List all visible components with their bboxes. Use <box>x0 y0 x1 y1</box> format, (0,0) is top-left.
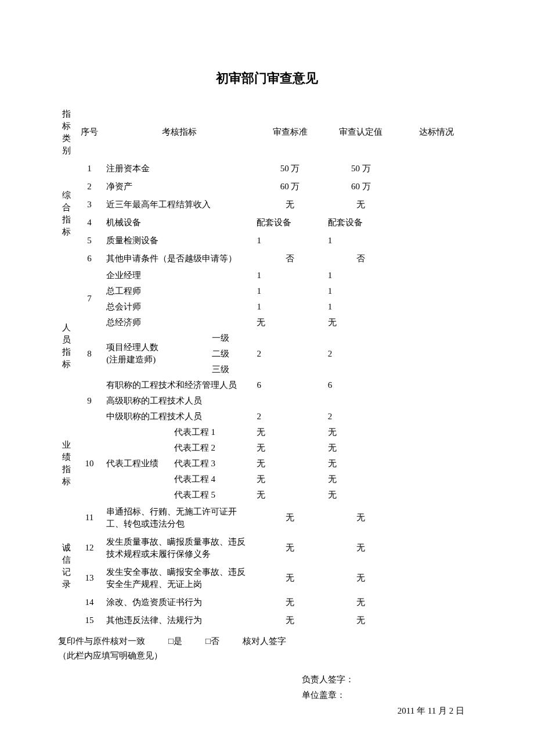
footer-note: （此栏内应填写明确意见） <box>58 650 476 662</box>
cell-standard: 60 万 <box>254 178 325 196</box>
cell-seq: 10 <box>75 424 104 503</box>
cell-status <box>396 283 476 299</box>
check-label: 复印件与原件核对一致 <box>58 635 145 647</box>
cell-indicator: 其他申请条件（是否越级申请等） <box>104 250 254 268</box>
cell-value <box>326 393 396 409</box>
cell-value: 2 <box>326 409 396 424</box>
cell-value: 60 万 <box>326 178 396 196</box>
project-5: 代表工程 5 <box>172 487 255 503</box>
table-row: 总经济师 无 无 <box>58 315 476 330</box>
cell-indicator: 净资产 <box>104 178 254 196</box>
table-row: 业绩指标 10 代表工程业绩 代表工程 1 代表工程 2 代表工程 3 代表工程… <box>58 424 476 440</box>
cell-indicator: 项目经理人数 (注册建造师) 一级 二级 三级 <box>104 330 254 377</box>
indicator-main: 项目经理人数 (注册建造师) <box>104 330 187 377</box>
cell-indicator: 近三年最高年工程结算收入 <box>104 196 254 214</box>
table-row: 综合指标 1 注册资本金 50 万 50 万 <box>58 160 476 178</box>
table-row: 诚信记录 11 串通招标、行贿、无施工许可证开工、转包或违法分包 无 无 <box>58 503 476 533</box>
cell-standard: 无 <box>254 503 325 533</box>
cell-value: 无 <box>326 593 396 611</box>
cell-value: 1 <box>326 232 396 250</box>
unit-stamp: 单位盖章： <box>302 689 476 701</box>
cell-value: 无 <box>326 424 396 440</box>
cell-status <box>396 330 476 377</box>
cell-status <box>396 250 476 268</box>
cell-standard: 无 <box>254 196 325 214</box>
cell-indicator: 高级职称的工程技术人员 <box>104 393 254 409</box>
cell-status <box>396 503 476 533</box>
table-row: 12 发生质量事故、瞒报质量事故、违反技术规程或未履行保修义务 无 无 <box>58 533 476 563</box>
cell-status <box>396 456 476 471</box>
table-row: 中级职称的工程技术人员 2 2 <box>58 409 476 424</box>
table-row: 13 发生安全事故、瞒报安全事故、违反安全生产规程、无证上岗 无 无 <box>58 563 476 593</box>
table-row: 人员指标 7 企业经理 1 1 <box>58 268 476 283</box>
cell-value: 50 万 <box>326 160 396 178</box>
header-status: 达标情况 <box>396 105 476 160</box>
cell-value: 6 <box>326 377 396 393</box>
cell-standard: 2 <box>254 330 325 377</box>
cell-status <box>396 214 476 232</box>
cell-indicator: 质量检测设备 <box>104 232 254 250</box>
cell-status <box>396 196 476 214</box>
cell-value: 无 <box>326 487 396 503</box>
header-standard: 审查标准 <box>254 105 325 160</box>
category-comprehensive: 综合指标 <box>58 160 75 268</box>
cell-value: 1 <box>326 299 396 315</box>
cell-status <box>396 178 476 196</box>
table-row: 5 质量检测设备 1 1 <box>58 232 476 250</box>
level-2: 二级 <box>187 346 255 362</box>
cell-seq: 14 <box>75 593 104 611</box>
cell-indicator: 总工程师 <box>104 283 254 299</box>
cell-status <box>396 471 476 487</box>
table-row: 总工程师 1 1 <box>58 283 476 299</box>
cell-seq: 8 <box>75 330 104 377</box>
cell-value: 1 <box>326 268 396 283</box>
category-performance: 业绩指标 <box>58 424 75 503</box>
cell-status <box>396 377 476 393</box>
header-indicator: 考核指标 <box>104 105 254 160</box>
cell-standard: 50 万 <box>254 160 325 178</box>
responsible-sign: 负责人签字： <box>302 674 476 686</box>
cell-standard: 无 <box>254 563 325 593</box>
cell-status <box>396 160 476 178</box>
cell-value: 无 <box>326 440 396 456</box>
cell-status <box>396 487 476 503</box>
footer-check-block: 复印件与原件核对一致 □是 □否 核对人签字 （此栏内应填写明确意见） <box>58 635 476 662</box>
cell-status <box>396 440 476 456</box>
cell-seq: 4 <box>75 214 104 232</box>
cell-standard: 2 <box>254 409 325 424</box>
table-row: 6 其他申请条件（是否越级申请等） 否 否 <box>58 250 476 268</box>
cell-value: 2 <box>326 330 396 377</box>
verifier-label: 核对人签字 <box>243 635 286 647</box>
cell-indicator: 发生安全事故、瞒报安全事故、违反安全生产规程、无证上岗 <box>104 563 254 593</box>
cell-standard: 6 <box>254 377 325 393</box>
cell-indicator: 注册资本金 <box>104 160 254 178</box>
cell-indicator: 发生质量事故、瞒报质量事故、违反技术规程或未履行保修义务 <box>104 533 254 563</box>
cell-standard: 无 <box>254 593 325 611</box>
cell-status <box>396 409 476 424</box>
cell-value: 无 <box>326 503 396 533</box>
cell-status <box>396 563 476 593</box>
category-integrity: 诚信记录 <box>58 503 75 629</box>
cell-indicator: 串通招标、行贿、无施工许可证开工、转包或违法分包 <box>104 503 254 533</box>
cell-status <box>396 268 476 283</box>
cell-status <box>396 299 476 315</box>
table-row: 15 其他违反法律、法规行为 无 无 <box>58 611 476 629</box>
cell-status <box>396 593 476 611</box>
cell-standard: 无 <box>254 487 325 503</box>
cell-value: 无 <box>326 533 396 563</box>
cell-standard: 1 <box>254 299 325 315</box>
cell-indicator: 企业经理 <box>104 268 254 283</box>
cell-seq: 7 <box>75 268 104 330</box>
cell-seq: 9 <box>75 377 104 424</box>
project-3: 代表工程 3 <box>172 456 255 471</box>
cell-standard: 无 <box>254 456 325 471</box>
page-title: 初审部门审查意见 <box>58 70 476 88</box>
date-row: 2011 年 11 月 2 日 <box>58 705 476 717</box>
cell-indicator: 总经济师 <box>104 315 254 330</box>
cell-value: 无 <box>326 456 396 471</box>
table-row: 3 近三年最高年工程结算收入 无 无 <box>58 196 476 214</box>
header-value: 审查认定值 <box>326 105 396 160</box>
cell-value: 配套设备 <box>326 214 396 232</box>
cell-standard: 无 <box>254 533 325 563</box>
cell-status <box>396 315 476 330</box>
